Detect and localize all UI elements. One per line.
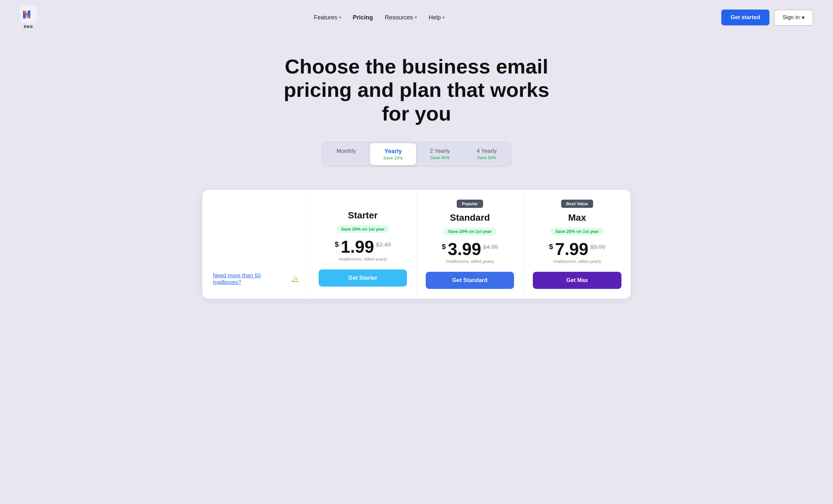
brand-name: neo [24, 24, 33, 29]
toggle-monthly[interactable]: Monthly [323, 143, 370, 165]
price-standard: 3.99 [448, 240, 481, 258]
get-started-button[interactable]: Get started [721, 9, 769, 25]
more-mailboxes-link[interactable]: Need more than 50 mailboxes? ✨ [213, 272, 299, 286]
currency-max: $ [549, 242, 553, 251]
nav-features[interactable]: Features ▾ [314, 14, 341, 21]
currency-starter: $ [335, 240, 339, 249]
plan-card-standard: Popular Standard Save 20% on 1st year $ … [416, 190, 524, 299]
badge-max: Best Value [561, 200, 593, 208]
billing-note-standard: /mailbox/mo, billed yearly [446, 259, 494, 264]
billing-note-starter: /mailbox/mo, billed yearly [339, 257, 387, 262]
hero-section: Choose the business email pricing and pl… [0, 35, 833, 180]
hero-title: Choose the business email pricing and pl… [268, 55, 565, 125]
plan-card-starter: Starter Save 20% on 1st year $ 1.99 $2.4… [309, 190, 416, 299]
toggle-4yearly[interactable]: 4 Yearly Save 50% [463, 143, 510, 165]
price-max: 7.99 [555, 240, 588, 258]
pricing-section: Need more than 50 mailboxes? ✨ Starter S… [189, 180, 644, 318]
nav-actions: Get started Sign in ▾ [721, 9, 813, 26]
chevron-down-icon: ▾ [443, 15, 445, 20]
plan-name-standard: Standard [450, 213, 490, 223]
pricing-info-cell: Need more than 50 mailboxes? ✨ [202, 190, 309, 299]
save-badge-standard: Save 20% on 1st year [444, 227, 496, 235]
sign-in-button[interactable]: Sign in ▾ [774, 9, 813, 26]
cta-max[interactable]: Get Max [533, 272, 621, 289]
plan-name-max: Max [568, 213, 586, 223]
navbar: neo Features ▾ Pricing Resources ▾ Help … [0, 0, 833, 35]
price-row-starter: $ 1.99 $2.49 [335, 238, 391, 255]
chevron-down-icon: ▾ [415, 15, 417, 20]
pricing-grid: Need more than 50 mailboxes? ✨ Starter S… [202, 190, 631, 299]
save-badge-starter: Save 20% on 1st year [336, 225, 389, 233]
nav-resources[interactable]: Resources ▾ [385, 14, 417, 21]
nav-help[interactable]: Help ▾ [429, 14, 445, 21]
save-badge-max: Save 20% on 1st year [551, 227, 603, 235]
sparkle-icon: ✨ [291, 275, 299, 283]
original-price-starter: $2.49 [376, 241, 391, 248]
price-starter: 1.99 [341, 238, 374, 255]
logo[interactable]: neo [20, 6, 37, 29]
toggle-yearly[interactable]: Yearly Save 20% [370, 143, 416, 165]
original-price-max: $9.99 [591, 244, 605, 251]
currency-standard: $ [442, 242, 446, 251]
badge-standard: Popular [457, 200, 483, 208]
original-price-standard: $4.99 [483, 244, 498, 251]
billing-note-max: /mailbox/mo, billed yearly [553, 259, 601, 264]
chevron-down-icon: ▾ [802, 14, 805, 21]
price-row-standard: $ 3.99 $4.99 [442, 240, 498, 258]
plan-card-max: Best Value Max Save 20% on 1st year $ 7.… [524, 190, 631, 299]
cta-starter[interactable]: Get Starter [319, 269, 407, 287]
nav-pricing[interactable]: Pricing [353, 14, 373, 21]
plan-name-starter: Starter [348, 210, 378, 221]
toggle-2yearly[interactable]: 2 Yearly Save 40% [417, 143, 463, 165]
neo-logo-icon [20, 6, 37, 23]
cta-standard[interactable]: Get Standard [426, 272, 514, 289]
price-row-max: $ 7.99 $9.99 [549, 240, 605, 258]
nav-links: Features ▾ Pricing Resources ▾ Help ▾ [314, 14, 445, 21]
billing-toggle: Monthly Yearly Save 20% 2 Yearly Save 40… [322, 142, 511, 167]
chevron-down-icon: ▾ [339, 15, 341, 20]
